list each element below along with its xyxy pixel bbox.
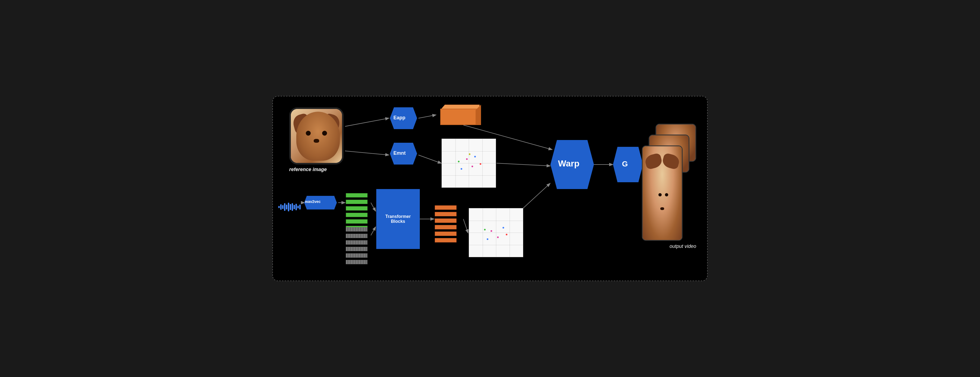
warp-block <box>550 140 594 189</box>
svg-line-14 <box>463 219 468 233</box>
output-frames <box>642 124 696 238</box>
svg-line-3 <box>418 155 441 163</box>
svg-line-1 <box>345 151 388 155</box>
svg-line-11 <box>371 203 375 211</box>
striped-feature-bars <box>346 227 368 264</box>
output-video-label: output video <box>670 243 696 249</box>
scatter-plot-top <box>442 139 496 188</box>
diagram-container: reference image Eapp Emnt <box>272 96 708 281</box>
eapp-block <box>390 107 417 129</box>
wav2vec-block <box>304 196 337 209</box>
svg-line-5 <box>496 163 550 166</box>
reference-image <box>289 107 344 165</box>
orange-output-bars <box>435 205 457 243</box>
orange-feature-box <box>436 105 480 125</box>
output-frame-3 <box>642 145 682 241</box>
reference-dog-image <box>291 109 342 163</box>
reference-image-label: reference image <box>289 167 327 173</box>
svg-line-2 <box>418 115 436 118</box>
svg-line-12 <box>371 227 375 235</box>
emnt-block <box>390 143 417 165</box>
g-block <box>613 147 643 182</box>
svg-line-0 <box>345 118 388 126</box>
scatter-plot-bottom <box>469 208 523 257</box>
green-feature-bars <box>346 193 368 230</box>
transformer-block <box>376 189 420 249</box>
audio-waveform <box>278 203 301 211</box>
